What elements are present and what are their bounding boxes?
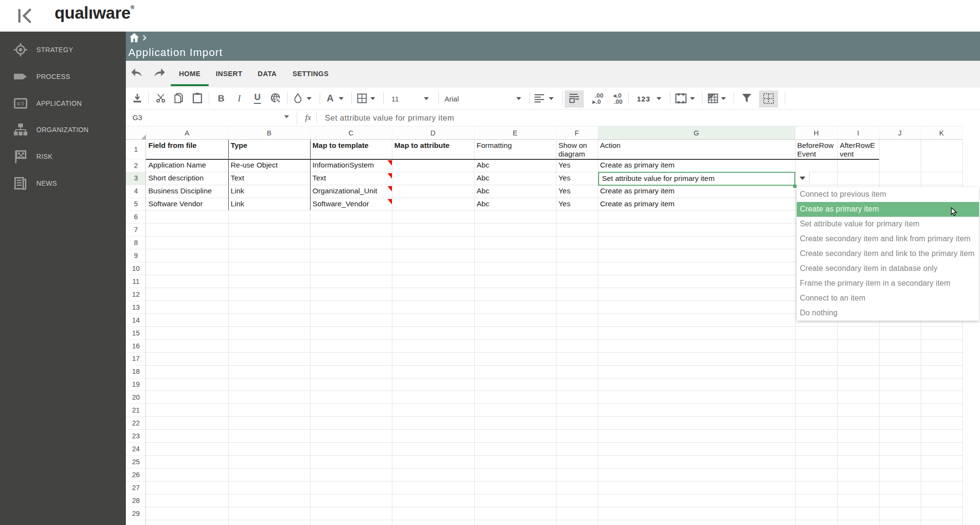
svg-text:c:\: c:\ bbox=[17, 101, 24, 106]
